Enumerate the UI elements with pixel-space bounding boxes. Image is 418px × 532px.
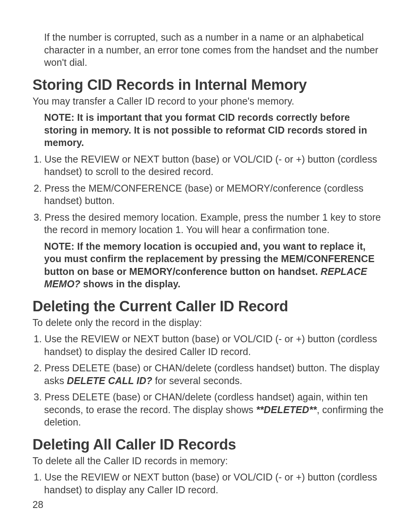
step-emphasis: **DELETED** — [256, 404, 317, 415]
step-emphasis: DELETE CALL ID? — [67, 375, 152, 386]
intro-paragraph: If the number is corrupted, such as a nu… — [33, 31, 388, 69]
storing-cid-note-2: NOTE: If the memory location is occupied… — [33, 240, 388, 290]
step-text: Press the desired memory location. Examp… — [42, 212, 381, 235]
list-item: 1. Use the REVIEW or NEXT button (base) … — [33, 471, 388, 496]
storing-cid-lead: You may transfer a Caller ID record to y… — [33, 95, 388, 108]
delete-all-steps: 1. Use the REVIEW or NEXT button (base) … — [33, 471, 388, 496]
note-text-post: shows in the display. — [81, 278, 181, 289]
heading-delete-all: Deleting All Caller ID Records — [33, 436, 388, 453]
list-item: 2. Press DELETE (base) or CHAN/delete (c… — [33, 362, 388, 387]
storing-cid-note-1: NOTE: It is important that you format CI… — [33, 111, 388, 149]
step-text: Use the REVIEW or NEXT button (base) or … — [42, 333, 377, 357]
step-text: Use the REVIEW or NEXT button (base) or … — [42, 154, 377, 177]
list-item: 1. Use the REVIEW or NEXT button (base) … — [33, 153, 388, 178]
heading-storing-cid: Storing CID Records in Internal Memory — [33, 77, 388, 93]
step-marker: 1. — [34, 333, 42, 344]
delete-all-lead: To delete all the Caller ID records in m… — [33, 455, 388, 467]
step-marker: 3. — [34, 212, 42, 223]
delete-current-steps: 1. Use the REVIEW or NEXT button (base) … — [33, 333, 388, 429]
step-text-post: for several seconds. — [152, 375, 242, 386]
storing-cid-steps: 1. Use the REVIEW or NEXT button (base) … — [33, 153, 388, 236]
list-item: 1. Use the REVIEW or NEXT button (base) … — [33, 333, 388, 358]
list-item: 3. Press the desired memory location. Ex… — [33, 211, 388, 236]
list-item: 3. Press DELETE (base) or CHAN/delete (c… — [33, 391, 388, 429]
step-marker: 2. — [34, 183, 42, 194]
step-marker: 2. — [34, 362, 42, 373]
step-text: Press the MEM/CONFERENCE (base) or MEMOR… — [42, 183, 363, 206]
page-number: 28 — [33, 499, 43, 510]
step-text: Use the REVIEW or NEXT button (base) or … — [42, 472, 377, 495]
list-item: 2. Press the MEM/CONFERENCE (base) or ME… — [33, 182, 388, 207]
step-marker: 1. — [34, 472, 42, 482]
step-marker: 1. — [34, 154, 42, 165]
step-marker: 3. — [34, 391, 42, 402]
delete-current-lead: To delete only the record in the display… — [33, 316, 388, 329]
heading-delete-current: Deleting the Current Caller ID Record — [33, 298, 388, 315]
